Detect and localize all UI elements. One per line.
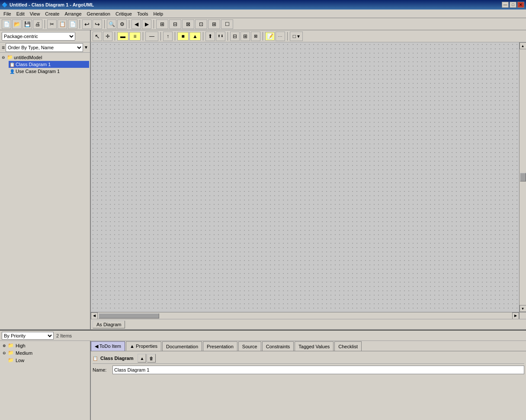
- tb-zoom-fit[interactable]: ⊞: [156, 19, 168, 29]
- todo-item-medium[interactable]: ⊖ 📁 Medium: [1, 349, 89, 356]
- todo-medium-label: Medium: [16, 350, 32, 356]
- tb-copy[interactable]: 📋: [58, 19, 67, 29]
- tab-constraints[interactable]: Constraints: [262, 341, 294, 351]
- props-delete-button[interactable]: 🗑: [147, 354, 156, 363]
- d-sep4: [175, 32, 175, 41]
- menu-tools[interactable]: Tools: [135, 10, 151, 17]
- d-sep1: [115, 32, 115, 41]
- todo-low-folder-icon: 📁: [8, 357, 14, 363]
- scroll-left-button[interactable]: ◀: [91, 312, 98, 319]
- tb-align-v2[interactable]: ⬆⬇: [216, 32, 225, 41]
- close-button[interactable]: ✕: [517, 2, 524, 8]
- tb-settings[interactable]: ⚙: [117, 19, 127, 29]
- tb-find[interactable]: 🔍: [107, 19, 116, 29]
- tb-nav-fwd[interactable]: ▶: [142, 19, 151, 29]
- left-top-spacer: Package-centric Inheritance Class Associ…: [0, 30, 91, 42]
- scroll-thumb-h[interactable]: [99, 313, 159, 318]
- tb-table2[interactable]: ⊞: [241, 32, 250, 41]
- order-by-dropdown[interactable]: Order By Type, Name Order By Name Order …: [6, 43, 83, 52]
- d-sep3: [160, 32, 161, 41]
- priority-dropdown[interactable]: By Priority By Type By Decision: [2, 332, 54, 340]
- bottom-content: ⊕ 📁 High ⊖ 📁 Medium ⊕ 📁 Low: [0, 341, 526, 420]
- tb-fill2[interactable]: ▲: [189, 32, 201, 41]
- tab-todo[interactable]: ◀ ToDo Item: [91, 341, 125, 351]
- bottom-header: By Priority By Type By Decision 2 Items: [0, 331, 526, 341]
- tb-extra2[interactable]: ☐: [221, 19, 233, 29]
- menu-critique[interactable]: Critique: [113, 10, 135, 17]
- title-bar-left: 🔷 Untitled - Class Diagram 1 - ArgoUML: [2, 2, 94, 8]
- tb-nav-back[interactable]: ◀: [132, 19, 141, 29]
- todo-high-folder-icon: 📁: [8, 343, 14, 348]
- tb-align-v[interactable]: ⬆: [205, 32, 215, 41]
- properties-panel: ◀ ToDo Item ▲ Properties Documentation P…: [91, 341, 526, 420]
- maximize-button[interactable]: □: [510, 2, 516, 8]
- tb-print[interactable]: 🖨: [33, 19, 42, 29]
- tab-presentation[interactable]: Presentation: [203, 341, 237, 351]
- d-sep8: [287, 32, 288, 41]
- tb-paste[interactable]: 📄: [68, 19, 77, 29]
- scrollbar-horizontal[interactable]: ◀ ▶: [91, 312, 519, 319]
- tb-package[interactable]: ≡: [129, 32, 141, 41]
- menu-help[interactable]: Help: [151, 10, 166, 17]
- tb-note[interactable]: 📝: [265, 32, 275, 41]
- app-title: Untitled - Class Diagram 1 - ArgoUML: [10, 2, 94, 7]
- scroll-down-button[interactable]: ▼: [520, 305, 526, 312]
- scroll-thumb-v[interactable]: [520, 173, 526, 181]
- tree-item-root[interactable]: ⊖ 📁 untitledModel: [1, 54, 89, 61]
- as-diagram-button[interactable]: As Diagram: [93, 321, 125, 328]
- tb-class[interactable]: ▬: [117, 32, 128, 41]
- name-input[interactable]: [112, 366, 524, 374]
- props-title-row: 📋 Class Diagram ▲ 🗑: [93, 353, 524, 364]
- menu-edit[interactable]: Edit: [14, 10, 27, 17]
- order-dropdown-arrow[interactable]: ▼: [84, 45, 88, 50]
- scrollbar-vertical[interactable]: ▲ ▼: [519, 42, 526, 312]
- todo-item-high[interactable]: ⊕ 📁 High: [1, 342, 89, 349]
- minimize-button[interactable]: —: [502, 2, 509, 8]
- nav-order-row: ≡ Order By Type, Name Order By Name Orde…: [0, 42, 90, 53]
- tb-table3[interactable]: ⊠: [251, 32, 260, 41]
- nav-order-icon: ≡: [2, 45, 5, 51]
- tb-table1[interactable]: ⊟: [230, 32, 240, 41]
- tb-select[interactable]: ↖: [93, 32, 102, 41]
- todo-expand-icon: ⊕: [3, 344, 6, 348]
- tab-source[interactable]: Source: [238, 341, 261, 351]
- todo-item-low[interactable]: ⊕ 📁 Low: [1, 356, 89, 364]
- tb-save[interactable]: 💾: [22, 19, 32, 29]
- tree-item-uc1[interactable]: 👤 Use Case Diagram 1: [9, 68, 89, 75]
- tb-new[interactable]: 📄: [2, 19, 11, 29]
- package-centric-dropdown[interactable]: Package-centric Inheritance Class Associ…: [2, 32, 75, 41]
- props-actions: ▲ 🗑: [138, 354, 156, 363]
- props-diagram-icon: 📋: [93, 356, 98, 361]
- scroll-right-button[interactable]: ▶: [512, 312, 519, 319]
- tab-properties[interactable]: ▲ Properties: [126, 341, 161, 351]
- tree-item-cd1[interactable]: 📋 Class Diagram 1: [9, 61, 89, 68]
- tb-rect[interactable]: □ ▾: [290, 32, 303, 41]
- tb-undo[interactable]: ↩: [82, 19, 92, 29]
- scroll-up-button[interactable]: ▲: [520, 42, 526, 49]
- canvas-area[interactable]: [91, 42, 519, 312]
- tab-tagged-values[interactable]: Tagged Values: [295, 341, 334, 351]
- menu-arrange[interactable]: Arrange: [62, 10, 84, 17]
- todo-list-panel: ⊕ 📁 High ⊖ 📁 Medium ⊕ 📁 Low: [0, 341, 91, 420]
- tb-open[interactable]: 📂: [12, 19, 22, 29]
- tb-crosshair[interactable]: ✛: [103, 32, 112, 41]
- tb-nav-pkg[interactable]: ⊡: [195, 19, 207, 29]
- tab-documentation[interactable]: Documentation: [162, 341, 202, 351]
- tab-checklist[interactable]: Checklist: [334, 341, 362, 351]
- tb-cut[interactable]: ✂: [47, 19, 57, 29]
- menu-file[interactable]: File: [1, 10, 14, 17]
- menu-create[interactable]: Create: [42, 10, 62, 17]
- title-bar-controls: — □ ✕: [502, 2, 524, 8]
- tb-fill[interactable]: ■: [177, 32, 189, 41]
- menu-generation[interactable]: Generation: [84, 10, 113, 17]
- tb-nav-diagram[interactable]: ⊠: [182, 19, 194, 29]
- tb-diagram-list[interactable]: ⊟: [169, 19, 181, 29]
- tb-up[interactable]: ↑: [163, 32, 173, 41]
- tb-redo[interactable]: ↪: [93, 19, 102, 29]
- props-up-button[interactable]: ▲: [138, 354, 146, 363]
- tb-dots[interactable]: ···: [276, 32, 285, 41]
- scroll-corner: [519, 312, 526, 319]
- menu-view[interactable]: View: [27, 10, 43, 17]
- tb-extra1[interactable]: ⊞: [208, 19, 220, 29]
- tb-line[interactable]: —: [145, 32, 158, 41]
